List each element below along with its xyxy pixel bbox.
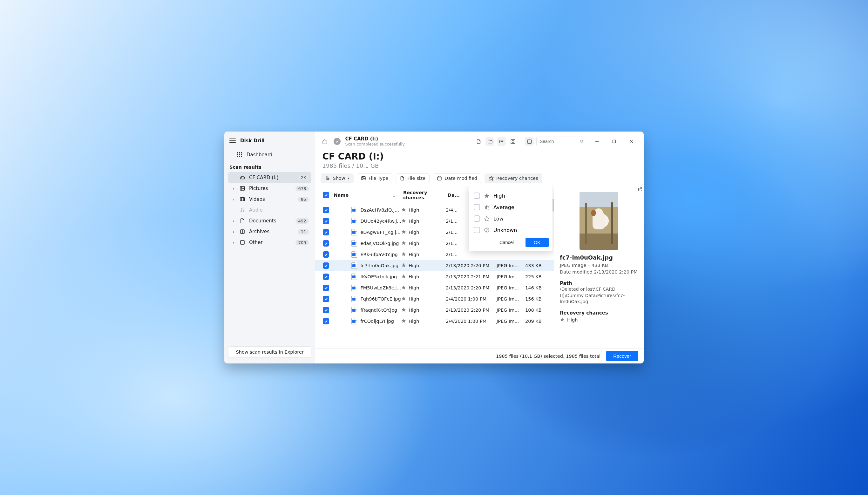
sidebar-item-videos[interactable]: ›Videos95 bbox=[228, 194, 311, 205]
table-row[interactable]: Fqh96bTQFcE.jpgHigh2/4/2020 1:00 PMJPEG … bbox=[315, 293, 554, 304]
sidebar-section-label: Scan results bbox=[228, 162, 311, 171]
select-all-checkbox[interactable] bbox=[323, 192, 329, 198]
row-checkbox[interactable] bbox=[323, 318, 329, 324]
filter-date-modified[interactable]: Date modified bbox=[433, 173, 481, 183]
app-window: Disk Drill Dashboard Scan results CF CAR… bbox=[224, 132, 644, 363]
crumb-title: CF CARD (I:) bbox=[345, 136, 404, 142]
file-icon bbox=[400, 176, 405, 181]
row-checkbox[interactable] bbox=[323, 274, 329, 280]
detail-path-value: \Deleted or lost\CF CARD (I)\Dummy Data\… bbox=[560, 286, 638, 305]
window-minimize[interactable] bbox=[590, 137, 604, 146]
popup-option-unknown[interactable]: Unknown bbox=[472, 224, 549, 236]
svg-point-24 bbox=[580, 140, 583, 142]
sidebar-item-other[interactable]: ›Other709 bbox=[228, 237, 311, 248]
table-row[interactable]: fKyOE5xtnik.jpgHigh2/13/2020 2:21 PMJPEG… bbox=[315, 271, 554, 282]
file-name: eDAgwBFT_Kg.j... bbox=[360, 230, 400, 235]
row-checkbox[interactable] bbox=[323, 285, 329, 291]
filter-show[interactable]: Show ▾ bbox=[321, 173, 353, 183]
row-checkbox[interactable] bbox=[323, 296, 329, 302]
hamburger-icon[interactable] bbox=[229, 138, 236, 143]
svg-marker-53 bbox=[402, 319, 406, 323]
table-row[interactable]: FM5UwLdZk8c.j...High2/13/2020 2:20 PMJPE… bbox=[315, 282, 554, 293]
status-check-icon bbox=[334, 138, 341, 145]
star-icon bbox=[401, 218, 406, 224]
svg-point-33 bbox=[327, 177, 328, 177]
sidebar-item-dashboard[interactable]: Dashboard bbox=[228, 149, 311, 161]
filter-file-type[interactable]: File Type bbox=[357, 173, 393, 183]
window-close[interactable] bbox=[624, 137, 639, 146]
checkbox[interactable] bbox=[474, 204, 480, 210]
row-checkbox[interactable] bbox=[323, 262, 329, 269]
col-recovery[interactable]: Recovery chances bbox=[401, 188, 446, 202]
recovery-value: High bbox=[409, 274, 419, 279]
cancel-button[interactable]: Cancel bbox=[491, 238, 522, 247]
svg-point-16 bbox=[500, 141, 500, 141]
question-icon bbox=[484, 227, 490, 233]
sidebar-item-audio[interactable]: Audio bbox=[228, 205, 311, 216]
svg-marker-48 bbox=[402, 263, 406, 267]
star-icon bbox=[401, 285, 406, 291]
search-input[interactable] bbox=[540, 139, 578, 144]
file-name: fRaqndX-tQY.jpg bbox=[360, 308, 397, 313]
recover-button[interactable]: Recover bbox=[606, 351, 638, 361]
sidebar-item-cf-card-i-[interactable]: CF CARD (I:)2K bbox=[228, 172, 311, 183]
table-row[interactable]: fc7-lm0uOak.jpgHigh2/13/2020 2:20 PMJPEG… bbox=[315, 260, 554, 271]
file-icon[interactable] bbox=[474, 137, 483, 146]
row-checkbox[interactable] bbox=[323, 251, 329, 258]
checkbox[interactable] bbox=[474, 192, 480, 199]
svg-marker-55 bbox=[485, 216, 489, 221]
row-checkbox[interactable] bbox=[323, 240, 329, 246]
panel-toggle-icon[interactable] bbox=[525, 137, 534, 146]
image-icon bbox=[240, 186, 245, 191]
svg-marker-51 bbox=[402, 296, 406, 301]
folder-icon[interactable] bbox=[485, 137, 494, 146]
table-row[interactable]: fRaqndX-tQY.jpgHigh2/13/2020 2:20 PMJPEG… bbox=[315, 304, 554, 315]
sidebar-item-documents[interactable]: ›Documents492 bbox=[228, 216, 311, 226]
checkbox[interactable] bbox=[474, 227, 480, 233]
row-checkbox[interactable] bbox=[323, 207, 329, 213]
recovery-value: High bbox=[409, 263, 419, 268]
row-checkbox[interactable] bbox=[323, 307, 329, 313]
row-checkbox[interactable] bbox=[323, 218, 329, 224]
popup-option-low[interactable]: Low bbox=[472, 213, 549, 224]
list-view-icon[interactable] bbox=[497, 137, 506, 146]
star-solid-icon bbox=[484, 193, 490, 199]
popup-option-high[interactable]: High bbox=[472, 190, 549, 201]
sidebar-item-pictures[interactable]: ›Pictures678 bbox=[228, 183, 311, 194]
row-checkbox[interactable] bbox=[323, 229, 329, 235]
star-icon bbox=[401, 318, 406, 324]
date-value: 2/4/2020 1:00 PM bbox=[446, 296, 497, 302]
sidebar-item-archives[interactable]: ›Archives11 bbox=[228, 226, 311, 237]
filter-file-size[interactable]: File size bbox=[396, 173, 430, 183]
file-thumb-icon bbox=[351, 251, 357, 258]
open-external-icon[interactable] bbox=[637, 187, 642, 193]
svg-point-1 bbox=[241, 177, 242, 178]
file-thumb-icon bbox=[351, 207, 357, 213]
file-thumb-icon bbox=[351, 229, 357, 235]
chevron-right-icon: › bbox=[231, 240, 236, 245]
search-box[interactable] bbox=[536, 137, 587, 146]
detail-date: Date modified 2/13/2020 2:20 PM bbox=[560, 269, 638, 275]
kind-value: JPEG Im... bbox=[497, 263, 525, 268]
checkbox[interactable] bbox=[474, 216, 480, 222]
sidebar-item-badge: 11 bbox=[298, 229, 309, 235]
filter-recovery-chances[interactable]: Recovery chances bbox=[485, 173, 542, 183]
chevron-right-icon: › bbox=[231, 229, 236, 234]
popup-option-label: Low bbox=[493, 216, 504, 222]
date-value: 2/4/2020 1:00 PM bbox=[446, 319, 497, 324]
table-row[interactable]: frCQqijqLYI.jpgHigh2/4/2020 1:00 PMJPEG … bbox=[315, 315, 554, 327]
date-value: 2/13/2020 2:20 PM bbox=[446, 263, 497, 268]
home-icon[interactable] bbox=[320, 137, 329, 146]
grid-view-icon[interactable] bbox=[508, 137, 517, 146]
window-maximize[interactable] bbox=[607, 137, 622, 146]
ok-button[interactable]: OK bbox=[525, 238, 549, 247]
star-icon bbox=[560, 317, 565, 323]
popup-option-average[interactable]: Average bbox=[472, 201, 549, 213]
star-icon bbox=[401, 240, 406, 246]
col-name[interactable]: Name ↓ bbox=[332, 190, 401, 200]
popup-option-label: High bbox=[493, 193, 505, 199]
show-in-explorer-button[interactable]: Show scan results in Explorer bbox=[228, 346, 311, 358]
size-value: 146 KB bbox=[525, 285, 551, 290]
date-value: 2/13/2020 2:20 PM bbox=[446, 308, 497, 313]
star-outline-icon bbox=[484, 216, 490, 221]
